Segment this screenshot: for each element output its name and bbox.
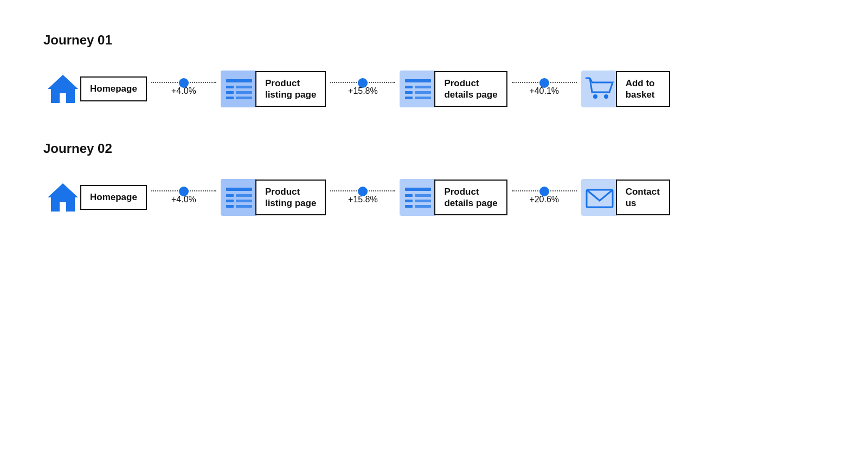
dotted-line (512, 190, 577, 191)
svg-rect-14 (405, 91, 413, 94)
svg-rect-34 (405, 188, 431, 191)
journey-02-flow: Homepage+4.0% Product listing page+15.8%… (43, 178, 825, 217)
main-container: Journey 01 Homepage+4.0% Product listing… (0, 0, 868, 282)
svg-rect-28 (236, 194, 252, 197)
svg-rect-36 (415, 194, 431, 197)
svg-marker-24 (48, 183, 78, 212)
step-label-product-listing-1: Product listing page (255, 71, 326, 107)
svg-rect-38 (415, 200, 431, 202)
svg-rect-39 (405, 205, 413, 208)
svg-rect-8 (226, 97, 234, 99)
svg-rect-32 (236, 205, 252, 208)
svg-rect-5 (236, 86, 252, 88)
dot-line (330, 190, 395, 191)
svg-rect-7 (236, 91, 252, 94)
step-label-product-listing-2: Product listing page (255, 180, 326, 216)
svg-rect-6 (226, 91, 234, 94)
step-add-to-basket: Add to basket (581, 71, 670, 107)
svg-rect-26 (226, 188, 252, 191)
svg-rect-17 (415, 97, 431, 99)
connector-dot (358, 78, 368, 88)
connector-dot (539, 187, 549, 196)
dot-line (512, 190, 577, 191)
svg-rect-15 (415, 91, 431, 94)
svg-rect-40 (415, 205, 431, 208)
svg-rect-2 (221, 71, 258, 107)
envelope-icon-contact-us (581, 179, 618, 216)
step-homepage-2: Homepage (43, 178, 147, 217)
connector-dot (179, 187, 189, 196)
step-homepage: Homepage (43, 69, 147, 108)
list-icon-product-details-2 (400, 179, 436, 216)
svg-rect-31 (226, 205, 234, 208)
step-product-listing-2: Product listing page (221, 179, 326, 216)
step-product-details-2: Product details page (400, 179, 507, 216)
step-label-contact-us: Contact us (616, 180, 670, 216)
journey-01: Journey 01 Homepage+4.0% Product listing… (43, 33, 825, 108)
step-label-product-details-1: Product details page (434, 71, 507, 107)
connector-dot (358, 187, 368, 196)
svg-rect-29 (226, 200, 234, 202)
svg-rect-12 (405, 86, 413, 88)
svg-point-21 (593, 94, 597, 99)
cart-icon-add-to-basket (581, 71, 618, 107)
dotted-line (512, 82, 577, 83)
dotted-line (151, 190, 216, 191)
connector-1-journey-02: +15.8% (330, 190, 395, 204)
dot-line (151, 82, 216, 83)
journey-02: Journey 02 Homepage+4.0% Product listing… (43, 141, 825, 217)
svg-rect-3 (226, 79, 252, 82)
home-icon-homepage (43, 69, 82, 108)
list-icon-product-details-1 (400, 71, 436, 107)
svg-rect-16 (405, 97, 413, 99)
journey-01-flow: Homepage+4.0% Product listing page+15.8%… (43, 69, 825, 108)
svg-rect-4 (226, 86, 234, 88)
connector-dot (539, 78, 549, 88)
svg-rect-35 (405, 194, 413, 197)
svg-rect-30 (236, 200, 252, 202)
svg-point-22 (604, 94, 608, 99)
svg-rect-33 (400, 179, 436, 216)
svg-rect-37 (405, 200, 413, 202)
home-icon-homepage-2 (43, 178, 82, 217)
svg-rect-13 (415, 86, 431, 88)
connector-0-journey-02: +4.0% (151, 190, 216, 204)
connector-1-journey-01: +15.8% (330, 82, 395, 96)
svg-rect-11 (405, 79, 431, 82)
list-icon-product-listing-1 (221, 71, 258, 107)
journey-02-title: Journey 02 (43, 141, 825, 156)
svg-rect-18 (581, 71, 618, 107)
step-label-homepage: Homepage (80, 76, 147, 101)
dot-line (151, 190, 216, 191)
dot-line (512, 82, 577, 83)
journey-01-title: Journey 01 (43, 33, 825, 48)
dotted-line (330, 190, 395, 191)
step-contact-us: Contact us (581, 179, 670, 216)
dotted-line (330, 82, 395, 83)
step-product-listing-1: Product listing page (221, 71, 326, 107)
dotted-line (151, 82, 216, 83)
step-label-product-details-2: Product details page (434, 180, 507, 216)
svg-rect-27 (226, 194, 234, 197)
svg-rect-9 (236, 97, 252, 99)
step-label-add-to-basket: Add to basket (616, 71, 670, 107)
step-label-homepage-2: Homepage (80, 185, 147, 209)
step-product-details-1: Product details page (400, 71, 507, 107)
connector-2-journey-02: +20.6% (512, 190, 577, 204)
dot-line (330, 82, 395, 83)
connector-0-journey-01: +4.0% (151, 82, 216, 96)
connector-2-journey-01: +40.1% (512, 82, 577, 96)
svg-rect-10 (400, 71, 436, 107)
svg-marker-1 (48, 75, 78, 103)
list-icon-product-listing-2 (221, 179, 258, 216)
svg-rect-25 (221, 179, 258, 216)
connector-dot (179, 78, 189, 88)
